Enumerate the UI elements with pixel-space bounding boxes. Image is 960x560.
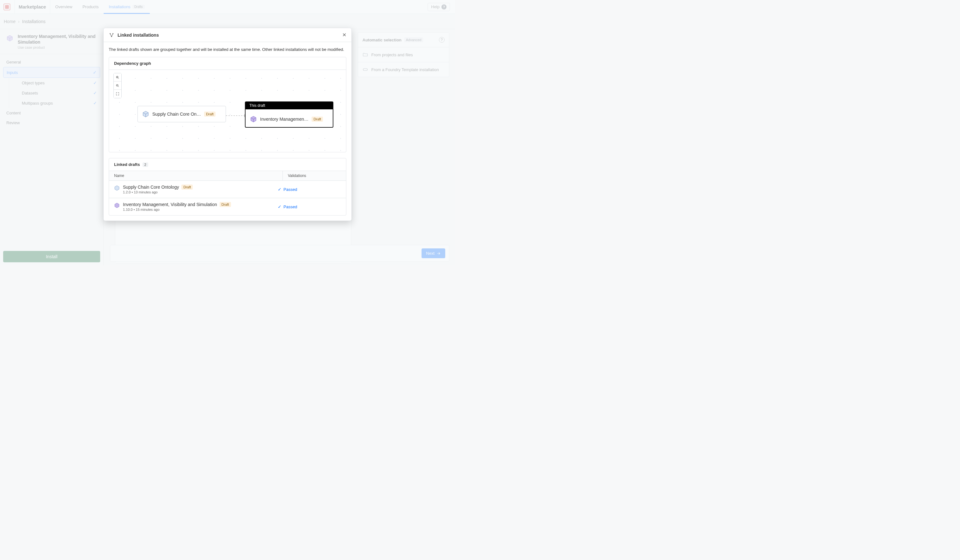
graph-icon <box>109 32 114 38</box>
product-icon <box>114 185 120 191</box>
draft-badge: Draft <box>312 117 323 122</box>
zoom-in-button[interactable] <box>114 73 122 82</box>
zoom-out-icon <box>116 84 120 88</box>
zoom-out-button[interactable] <box>114 82 122 90</box>
column-validations: Validations <box>283 171 346 181</box>
graph-node-dependency[interactable]: Supply Chain Core On… Draft <box>138 106 226 122</box>
product-icon <box>250 116 257 123</box>
product-icon <box>114 203 120 208</box>
column-name: Name <box>109 171 283 181</box>
close-icon[interactable]: ✕ <box>342 32 346 38</box>
fit-button[interactable] <box>114 90 122 98</box>
modal-description: The linked drafts shown are grouped toge… <box>109 47 346 52</box>
draft-badge: Draft <box>204 112 216 117</box>
linked-drafts-title: Linked drafts <box>114 162 140 167</box>
zoom-in-icon <box>116 75 120 79</box>
draft-badge: Draft <box>219 202 231 207</box>
check-icon: ✓ <box>278 187 282 192</box>
this-draft-label: This draft <box>246 102 333 109</box>
check-icon: ✓ <box>278 204 282 209</box>
count-badge: 2 <box>142 162 148 167</box>
table-row[interactable]: Supply Chain Core Ontology Draft 1.2.0 •… <box>109 181 346 198</box>
table-row[interactable]: Inventory Management, Visibility and Sim… <box>109 198 346 215</box>
graph-node-this-draft[interactable]: This draft Inventory Managemen… Draft <box>245 101 333 128</box>
product-icon <box>142 110 149 118</box>
dependency-arrow <box>226 115 245 116</box>
modal-title: Linked installations <box>118 32 159 38</box>
draft-badge: Draft <box>181 184 193 190</box>
expand-icon <box>116 92 120 96</box>
dependency-graph-title: Dependency graph <box>109 57 346 70</box>
